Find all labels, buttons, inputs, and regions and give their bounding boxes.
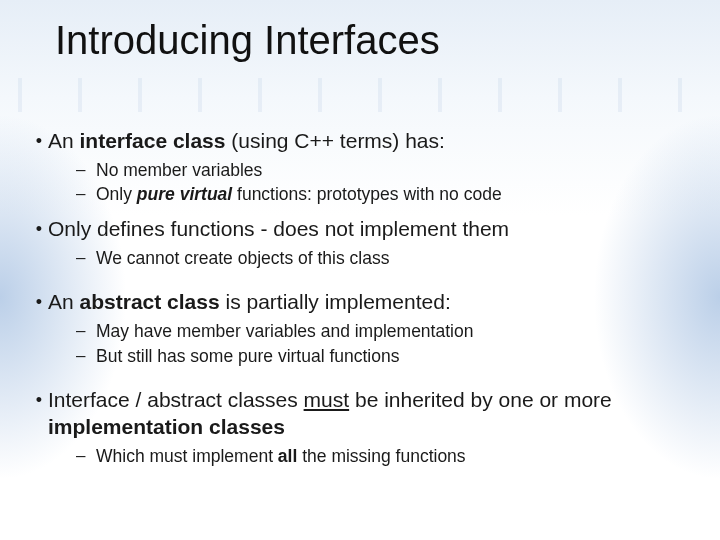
dash-icon: – [76,247,96,269]
decorative-band [0,78,720,112]
bullet-list: • An interface class (using C++ terms) h… [30,128,690,467]
sub-bullet: –No member variables [76,159,690,181]
text-bold: interface class [80,129,226,152]
bullet-4-text: Interface / abstract classes must be inh… [48,387,690,441]
sub-text: Only pure virtual functions: prototypes … [96,183,502,205]
dash-icon: – [76,445,96,467]
sub-bullet: –Only pure virtual functions: prototypes… [76,183,690,205]
bullet-icon: • [30,216,48,243]
sub-list: –May have member variables and implement… [76,320,690,367]
bullet-2: • Only defines functions - does not impl… [30,216,690,269]
bullet-3-text: An abstract class is partially implement… [48,289,451,316]
sub-bullet: –But still has some pure virtual functio… [76,345,690,367]
sub-text: May have member variables and implementa… [96,320,473,342]
sub-text: No member variables [96,159,262,181]
bullet-3: • An abstract class is partially impleme… [30,279,690,367]
dash-icon: – [76,159,96,181]
text: An [48,290,80,313]
text-bold: abstract class [80,290,220,313]
sub-text: We cannot create objects of this class [96,247,389,269]
text: functions: prototypes with no code [232,184,501,204]
bullet-icon: • [30,387,48,414]
text: be inherited by one or more [349,388,612,411]
text: Only [96,184,137,204]
text-bold: implementation classes [48,415,285,438]
dash-icon: – [76,183,96,205]
slide-title: Introducing Interfaces [55,18,440,63]
sub-text: But still has some pure virtual function… [96,345,399,367]
text: is partially implemented: [220,290,451,313]
text: Interface / abstract classes [48,388,304,411]
text: Which must implement [96,446,278,466]
bullet-1: • An interface class (using C++ terms) h… [30,128,690,206]
sub-bullet: –May have member variables and implement… [76,320,690,342]
bullet-2-text: Only defines functions - does not implem… [48,216,509,243]
text: the missing functions [297,446,465,466]
sub-list: –Which must implement all the missing fu… [76,445,690,467]
dash-icon: – [76,320,96,342]
sub-list: –No member variables –Only pure virtual … [76,159,690,206]
slide-content: • An interface class (using C++ terms) h… [30,128,690,477]
bullet-icon: • [30,289,48,316]
dash-icon: – [76,345,96,367]
bullet-icon: • [30,128,48,155]
sub-bullet: –Which must implement all the missing fu… [76,445,690,467]
slide: Introducing Interfaces • An interface cl… [0,0,720,540]
sub-bullet: –We cannot create objects of this class [76,247,690,269]
sub-text: Which must implement all the missing fun… [96,445,466,467]
sub-list: –We cannot create objects of this class [76,247,690,269]
text: (using C++ terms) has: [225,129,444,152]
text: An [48,129,80,152]
text-underline: must [304,388,350,411]
bullet-1-text: An interface class (using C++ terms) has… [48,128,445,155]
text-bold-italic: pure virtual [137,184,232,204]
bullet-4: • Interface / abstract classes must be i… [30,377,690,467]
text-bold: all [278,446,297,466]
